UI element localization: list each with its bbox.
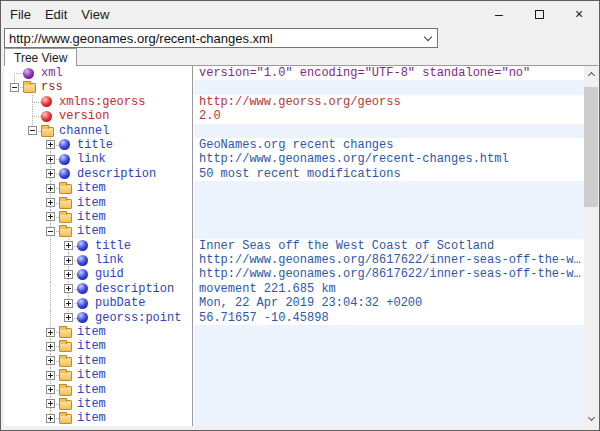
folder-icon: [59, 184, 72, 194]
collapse-icon[interactable]: [10, 83, 19, 92]
tree-node-label: rss: [41, 80, 63, 94]
folder-icon: [59, 400, 72, 410]
expand-icon[interactable]: [46, 328, 55, 337]
expand-icon[interactable]: [64, 270, 73, 279]
tree-node-item[interactable]: item: [4, 196, 192, 210]
tree-guide-line: [50, 239, 51, 253]
tree-node-item[interactable]: item: [4, 339, 192, 353]
tree-node-label: item: [77, 325, 106, 339]
red-sphere-icon: [41, 111, 52, 122]
menu-view[interactable]: View: [74, 3, 116, 26]
tree-node-title[interactable]: title: [4, 138, 192, 152]
tree-node-pubDate[interactable]: pubDate: [4, 296, 192, 310]
scroll-down-button[interactable]: [584, 410, 598, 426]
tree-node-description[interactable]: description: [4, 167, 192, 181]
blue-sphere-icon: [77, 283, 88, 294]
expand-icon[interactable]: [46, 342, 55, 351]
tree-node-label: link: [95, 253, 124, 267]
tree-node-item[interactable]: item: [4, 368, 192, 382]
tree-node-version[interactable]: version: [4, 109, 192, 123]
folder-icon: [59, 227, 72, 237]
tree-node-item[interactable]: item: [4, 181, 192, 195]
tree-node-item[interactable]: item: [4, 325, 192, 339]
tree-node-georss:point[interactable]: georss:point: [4, 311, 192, 325]
tree-node-link[interactable]: link: [4, 253, 192, 267]
close-button[interactable]: ×: [559, 1, 599, 27]
value-row: GeoNames.org recent changes: [194, 138, 584, 152]
tree-node-guid[interactable]: guid: [4, 267, 192, 281]
tree-node-item[interactable]: item: [4, 411, 192, 425]
tree-node-title[interactable]: title: [4, 239, 192, 253]
tree-node-label: title: [77, 138, 113, 152]
chevron-down-icon: [587, 413, 594, 420]
tree-node-item[interactable]: item: [4, 210, 192, 224]
tree-node-link[interactable]: link: [4, 152, 192, 166]
menu-file[interactable]: File: [3, 3, 38, 26]
expand-icon[interactable]: [64, 284, 73, 293]
chevron-up-icon: [587, 71, 594, 78]
expand-icon[interactable]: [64, 256, 73, 265]
menu-edit[interactable]: Edit: [38, 3, 74, 26]
expand-icon[interactable]: [46, 169, 55, 178]
expand-icon[interactable]: [64, 313, 73, 322]
blue-sphere-icon: [77, 269, 88, 280]
expand-icon[interactable]: [46, 140, 55, 149]
tab-tree-view[interactable]: Tree View: [4, 48, 77, 66]
tree-node-xml[interactable]: xml: [4, 66, 192, 80]
minimize-icon: –: [495, 6, 503, 22]
tree-guide-line: [50, 267, 51, 281]
tree-guide-line: [50, 311, 51, 325]
value-row: http://www.georss.org/georss: [194, 95, 584, 109]
folder-icon: [59, 342, 72, 352]
minimize-button[interactable]: –: [479, 1, 519, 27]
collapse-icon[interactable]: [46, 227, 55, 236]
value-row-empty: [194, 397, 584, 411]
tree-node-xmlns:georss[interactable]: xmlns:georss: [4, 95, 192, 109]
expand-icon[interactable]: [64, 299, 73, 308]
value-row: 50 most recent modifications: [194, 167, 584, 181]
tree-node-item[interactable]: item: [4, 224, 192, 238]
folder-icon: [41, 127, 54, 137]
expand-icon[interactable]: [46, 356, 55, 365]
expand-icon[interactable]: [46, 198, 55, 207]
tree-node-description[interactable]: description: [4, 282, 192, 296]
tree-node-item[interactable]: item: [4, 383, 192, 397]
url-input[interactable]: [5, 30, 419, 46]
tree-node-label: item: [77, 368, 106, 382]
tree-node-label: description: [95, 282, 174, 296]
tree-node-label: item: [77, 224, 106, 238]
tree-node-item[interactable]: item: [4, 354, 192, 368]
tree-guide-line: [32, 102, 33, 109]
tree-node-rss[interactable]: rss: [4, 80, 192, 94]
folder-icon: [59, 213, 72, 223]
tree-pane[interactable]: xmlrssxmlns:georssversionchanneltitlelin…: [4, 66, 192, 426]
folder-icon: [59, 328, 72, 338]
tree-guide-line: [50, 282, 51, 296]
tree-node-label: item: [77, 397, 106, 411]
scrollbar-thumb[interactable]: [584, 87, 598, 207]
maximize-button[interactable]: [519, 1, 559, 27]
folder-icon: [59, 357, 72, 367]
value-row: Mon, 22 Apr 2019 23:04:32 +0200: [194, 296, 584, 310]
expand-icon[interactable]: [46, 399, 55, 408]
value-row-empty: [194, 325, 584, 339]
tree-guide-line: [14, 73, 15, 80]
value-row-empty: [194, 354, 584, 368]
expand-icon[interactable]: [64, 241, 73, 250]
expand-icon[interactable]: [46, 385, 55, 394]
tree-node-item[interactable]: item: [4, 397, 192, 411]
expand-icon[interactable]: [46, 155, 55, 164]
tree-node-channel[interactable]: channel: [4, 124, 192, 138]
expand-icon[interactable]: [46, 184, 55, 193]
tree-node-label: item: [77, 181, 106, 195]
url-dropdown-button[interactable]: [419, 29, 437, 47]
expand-icon[interactable]: [46, 414, 55, 423]
value-pane[interactable]: version="1.0" encoding="UTF-8" standalon…: [194, 66, 584, 426]
tree-guide-line: [50, 296, 51, 310]
expand-icon[interactable]: [46, 371, 55, 380]
expand-icon[interactable]: [46, 212, 55, 221]
collapse-icon[interactable]: [28, 126, 37, 135]
scroll-up-button[interactable]: [584, 66, 598, 82]
value-row-empty: [194, 383, 584, 397]
vertical-scrollbar[interactable]: [584, 66, 598, 426]
